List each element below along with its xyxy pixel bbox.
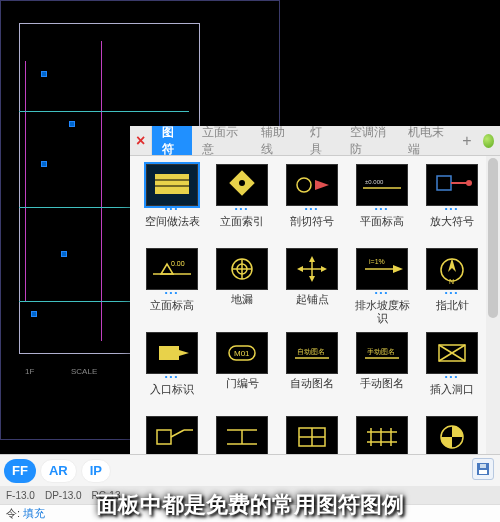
svg-marker-24 [321, 266, 327, 272]
symbol-icon [426, 416, 478, 458]
symbol-label: 自动图名 [290, 377, 334, 390]
svg-rect-9 [437, 176, 451, 190]
svg-point-4 [239, 180, 245, 186]
symbol-icon [216, 164, 268, 206]
symbol-label: 指北针 [436, 299, 469, 312]
symbol-label: 手动图名 [360, 377, 404, 390]
tab-fuzhu[interactable]: 辅助线 [251, 126, 300, 155]
symbol-qipudian[interactable]: 起铺点 [280, 248, 344, 328]
symbol-paishuipodu[interactable]: i=1% ••• 排水坡度标识 [350, 248, 414, 328]
symbol-icon [146, 164, 198, 206]
tab-limian[interactable]: 立面示意 [192, 126, 251, 155]
symbol-label: 放大符号 [430, 215, 474, 228]
command-line[interactable]: 令: 填充 [0, 504, 500, 522]
svg-marker-6 [315, 180, 329, 190]
tab-kongtiao[interactable]: 空调消防 [340, 126, 399, 155]
symbol-icon [426, 164, 478, 206]
command-prefix: 令: [6, 506, 20, 521]
symbol-label: 空间做法表 [145, 215, 200, 228]
symbol-dilou[interactable]: 地漏 [210, 248, 274, 328]
symbol-fangdafuhao[interactable]: ••• 放大符号 [420, 164, 484, 244]
panel-drag-knob[interactable] [483, 134, 494, 148]
symbol-label: 地漏 [231, 293, 253, 306]
svg-text:N: N [449, 278, 454, 285]
symbol-limianbiaogao[interactable]: 0.00 ••• 立面标高 [140, 248, 204, 328]
expand-dots: ••• [286, 206, 338, 212]
mode-ff-button[interactable]: FF [4, 459, 36, 483]
symbol-icon [146, 332, 198, 374]
svg-text:M01: M01 [234, 349, 250, 358]
svg-rect-63 [480, 464, 486, 468]
panel-scroll-thumb[interactable] [488, 158, 498, 318]
command-link-fill[interactable]: 填充 [23, 506, 45, 521]
tab-tufu[interactable]: 图符 [152, 126, 192, 155]
symbol-label: 剖切符号 [290, 215, 334, 228]
symbol-icon [216, 416, 268, 458]
mode-ar-button[interactable]: AR [40, 459, 77, 483]
symbol-icon [146, 416, 198, 458]
svg-rect-41 [157, 430, 171, 444]
status-item: DP-13.0 [45, 490, 82, 501]
symbol-label: 入口标识 [150, 383, 194, 396]
symbol-pingmianbiaogao[interactable]: ±0.000 ••• 平面标高 [350, 164, 414, 244]
symbol-icon [426, 332, 478, 374]
symbol-icon: 自动图名 [286, 332, 338, 374]
expand-dots: ••• [426, 290, 478, 296]
symbol-zhibeizhen[interactable]: N ••• 指北针 [420, 248, 484, 328]
symbol-limiansuoyin[interactable]: ••• 立面索引 [210, 164, 274, 244]
svg-marker-26 [393, 265, 403, 273]
tab-jidian[interactable]: 机电末端 [398, 126, 457, 155]
bottom-toolbar: FF AR IP [0, 454, 500, 486]
svg-line-42 [171, 430, 184, 437]
symbol-icon [216, 248, 268, 290]
svg-marker-22 [309, 276, 315, 282]
symbol-kongjianzuofabiao[interactable]: ••• 空间做法表 [140, 164, 204, 244]
symbol-icon: i=1% [356, 248, 408, 290]
svg-text:自动图名: 自动图名 [297, 348, 325, 355]
save-button[interactable] [472, 458, 494, 480]
mode-ip-button[interactable]: IP [81, 459, 111, 483]
svg-marker-31 [159, 346, 189, 360]
symbol-label: 门编号 [226, 377, 259, 390]
symbol-icon: N [426, 248, 478, 290]
expand-dots: ••• [356, 290, 408, 296]
svg-rect-0 [155, 174, 189, 194]
svg-text:i=1%: i=1% [369, 258, 385, 265]
svg-text:手动图名: 手动图名 [367, 348, 395, 355]
symbol-label: 平面标高 [360, 215, 404, 228]
expand-dots: ••• [146, 290, 198, 296]
symbol-label: 立面索引 [220, 215, 264, 228]
symbol-shoudongtuming[interactable]: 手动图名 手动图名 [350, 332, 414, 412]
svg-rect-62 [479, 470, 487, 474]
symbol-zidongtuming[interactable]: 自动图名 自动图名 [280, 332, 344, 412]
expand-dots: ••• [146, 206, 198, 212]
panel-close-button[interactable]: × [130, 126, 152, 155]
symbol-menbianhao[interactable]: M01 门编号 [210, 332, 274, 412]
expand-dots: ••• [356, 206, 408, 212]
panel-tabbar: × 图符 立面示意 辅助线 灯具 空调消防 机电末端 + [130, 126, 500, 156]
expand-dots: ••• [216, 206, 268, 212]
symbol-label: 立面标高 [150, 299, 194, 312]
symbol-label: 插入洞口 [430, 383, 474, 396]
svg-text:±0.000: ±0.000 [365, 179, 384, 185]
symbol-icon: ±0.000 [356, 164, 408, 206]
svg-point-5 [297, 178, 311, 192]
svg-point-11 [466, 180, 472, 186]
symbol-icon: 0.00 [146, 248, 198, 290]
symbol-icon [286, 416, 338, 458]
symbol-icon [286, 248, 338, 290]
expand-dots: ••• [146, 374, 198, 380]
status-item: F-13.0 [6, 490, 35, 501]
symbol-label: 起铺点 [296, 293, 329, 306]
symbol-charudongkou[interactable]: ••• 插入洞口 [420, 332, 484, 412]
tab-dengju[interactable]: 灯具 [300, 126, 340, 155]
symbol-rukoubiaozhi[interactable]: ••• 入口标识 [140, 332, 204, 412]
expand-dots: ••• [426, 206, 478, 212]
svg-marker-23 [297, 266, 303, 272]
symbol-icon: 手动图名 [356, 332, 408, 374]
symbol-icon: M01 [216, 332, 268, 374]
symbol-icon [286, 164, 338, 206]
symbol-pouqiefuhao[interactable]: ••• 剖切符号 [280, 164, 344, 244]
tab-add-button[interactable]: + [457, 126, 477, 155]
floppy-icon [476, 462, 490, 476]
